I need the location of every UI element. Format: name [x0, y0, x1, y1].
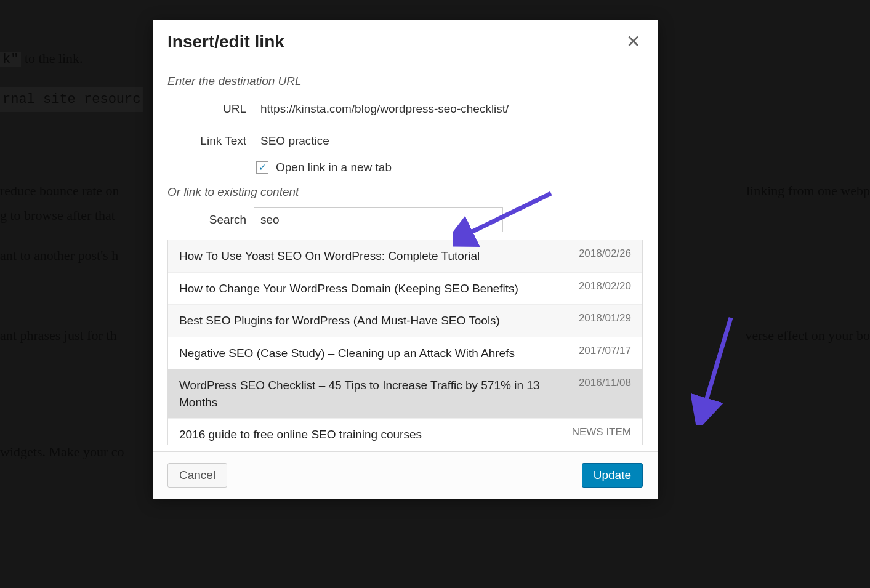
result-title: How to Change Your WordPress Domain (Kee… [179, 280, 570, 297]
close-icon[interactable]: ✕ [624, 29, 643, 54]
result-item[interactable]: How to Change Your WordPress Domain (Kee… [168, 273, 642, 305]
newtab-row: ✓ Open link in a new tab [256, 161, 643, 174]
url-input[interactable] [254, 97, 586, 121]
result-item[interactable]: How To Use Yoast SEO On WordPress: Compl… [168, 240, 642, 273]
cancel-button[interactable]: Cancel [167, 463, 227, 488]
section-destination-url: Enter the destination URL [167, 75, 643, 88]
newtab-checkbox[interactable]: ✓ [256, 161, 268, 174]
url-label: URL [167, 102, 246, 116]
modal-body: Enter the destination URL URL Link Text … [153, 63, 658, 451]
search-row: Search [167, 207, 643, 232]
section-existing-content: Or link to existing content [167, 185, 643, 199]
result-item[interactable]: Best SEO Plugins for WordPress (And Must… [168, 305, 642, 337]
result-item[interactable]: 2016 guide to free online SEO training c… [168, 419, 642, 445]
link-modal: Insert/edit link ✕ Enter the destination… [153, 20, 658, 499]
linktext-label: Link Text [167, 134, 246, 148]
result-item[interactable]: Negative SEO (Case Study) – Cleaning up … [168, 337, 642, 370]
search-input[interactable] [254, 207, 503, 232]
result-date: 2018/02/26 [579, 248, 631, 260]
results-list[interactable]: How To Use Yoast SEO On WordPress: Compl… [167, 240, 643, 445]
result-item[interactable]: WordPress SEO Checklist – 45 Tips to Inc… [168, 369, 642, 419]
newtab-label: Open link in a new tab [276, 161, 392, 174]
result-date: 2018/01/29 [579, 312, 631, 324]
modal-footer: Cancel Update [153, 451, 658, 499]
update-button[interactable]: Update [582, 463, 643, 488]
result-title: 2016 guide to free online SEO training c… [179, 426, 563, 443]
result-date: 2016/11/08 [579, 377, 631, 389]
result-date: 2017/07/17 [579, 345, 631, 357]
linktext-input[interactable] [254, 129, 586, 153]
linktext-row: Link Text [167, 129, 643, 153]
modal-title: Insert/edit link [167, 32, 284, 52]
result-date: 2018/02/20 [579, 280, 631, 292]
result-title: How To Use Yoast SEO On WordPress: Compl… [179, 248, 570, 265]
result-title: Best SEO Plugins for WordPress (And Must… [179, 312, 570, 329]
result-title: WordPress SEO Checklist – 45 Tips to Inc… [179, 377, 570, 411]
result-title: Negative SEO (Case Study) – Cleaning up … [179, 345, 570, 362]
search-label: Search [167, 213, 246, 227]
modal-header: Insert/edit link ✕ [153, 20, 658, 63]
url-row: URL [167, 97, 643, 121]
result-date: NEWS ITEM [572, 426, 631, 438]
